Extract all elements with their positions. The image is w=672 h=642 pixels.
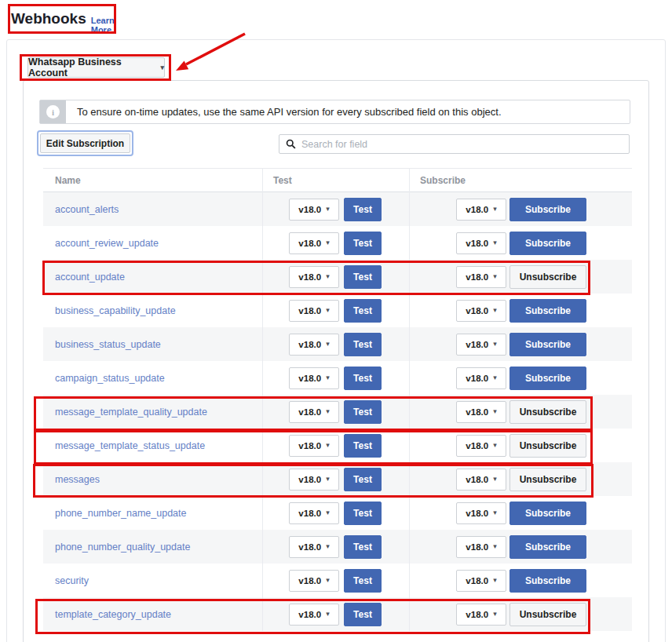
subscribe-version-select[interactable]: v18.0 ▾ (456, 435, 506, 457)
table-header-row: Name Test Subscribe (43, 168, 632, 192)
test-button[interactable]: Test (344, 535, 382, 559)
test-version-select[interactable]: v18.0 ▾ (289, 266, 339, 288)
field-name-link[interactable]: business_status_update (55, 339, 161, 350)
subscribe-button[interactable]: Subscribe (509, 569, 586, 593)
test-version-select[interactable]: v18.0 ▾ (289, 367, 339, 389)
test-version-value: v18.0 (298, 407, 321, 417)
subscribe-button[interactable]: Subscribe (509, 198, 586, 221)
field-name-link[interactable]: message_template_status_update (55, 440, 205, 451)
subscribe-version-select[interactable]: v18.0 ▾ (456, 469, 506, 491)
subscribe-version-value: v18.0 (466, 407, 488, 417)
subscribe-version-value: v18.0 (466, 475, 488, 484)
test-button[interactable]: Test (344, 603, 382, 626)
field-name-link[interactable]: phone_number_name_update (55, 508, 187, 519)
test-button[interactable]: Test (344, 400, 382, 424)
subscribe-version-select[interactable]: v18.0 ▾ (456, 266, 506, 288)
subscribe-button[interactable]: Subscribe (509, 367, 586, 390)
table-row: message_template_status_update v18.0 ▾ T… (43, 429, 632, 462)
test-version-value: v18.0 (298, 306, 321, 316)
unsubscribe-button[interactable]: Unsubscribe (509, 400, 586, 424)
subscribe-version-select[interactable]: v18.0 ▾ (456, 502, 506, 524)
chevron-down-icon: ▾ (493, 577, 497, 584)
subscribe-button[interactable]: Subscribe (509, 333, 586, 356)
object-type-dropdown[interactable]: Whatsapp Business Account ▾ (27, 57, 165, 78)
test-version-value: v18.0 (298, 340, 321, 349)
test-button[interactable]: Test (344, 198, 382, 221)
test-button[interactable]: Test (344, 468, 382, 491)
chevron-down-icon: ▾ (493, 442, 497, 449)
test-button[interactable]: Test (344, 232, 382, 255)
test-button[interactable]: Test (344, 502, 382, 525)
test-button[interactable]: Test (344, 333, 382, 356)
subscribe-version-select[interactable]: v18.0 ▾ (456, 232, 506, 254)
subscribe-version-select[interactable]: v18.0 ▾ (456, 401, 506, 423)
test-version-select[interactable]: v18.0 ▾ (289, 435, 339, 457)
test-version-select[interactable]: v18.0 ▾ (289, 232, 339, 254)
test-version-select[interactable]: v18.0 ▾ (289, 536, 339, 558)
test-button[interactable]: Test (344, 367, 382, 390)
info-banner-text: To ensure on-time updates, use the same … (66, 100, 502, 123)
field-name-link[interactable]: account_review_update (55, 238, 159, 249)
chevron-down-icon: ▾ (493, 476, 497, 483)
field-name-link[interactable]: messages (55, 474, 100, 485)
subscribe-version-select[interactable]: v18.0 ▾ (456, 199, 506, 221)
test-button[interactable]: Test (344, 299, 382, 323)
test-button[interactable]: Test (344, 265, 382, 289)
field-name-link[interactable]: business_capability_update (55, 305, 176, 316)
test-version-value: v18.0 (298, 610, 321, 619)
unsubscribe-button[interactable]: Unsubscribe (509, 265, 586, 289)
unsubscribe-button[interactable]: Unsubscribe (509, 603, 586, 626)
subscribe-version-select[interactable]: v18.0 ▾ (456, 300, 506, 322)
subscribe-version-value: v18.0 (466, 340, 488, 349)
test-version-value: v18.0 (298, 374, 321, 383)
page-header: Webhooks Learn More (8, 4, 116, 34)
subscribe-version-value: v18.0 (466, 441, 488, 450)
edit-subscription-button[interactable]: Edit Subscription (40, 133, 130, 153)
page-title: Webhooks (11, 10, 86, 27)
field-name-link[interactable]: account_update (55, 272, 125, 283)
field-name-link[interactable]: template_category_update (55, 609, 171, 620)
test-button[interactable]: Test (344, 569, 382, 593)
chevron-down-icon: ▾ (326, 341, 330, 348)
subscribe-button[interactable]: Subscribe (509, 232, 586, 255)
test-version-select[interactable]: v18.0 ▾ (289, 502, 339, 524)
chevron-down-icon: ▾ (493, 611, 497, 618)
subscribe-button[interactable]: Subscribe (509, 502, 586, 525)
test-version-select[interactable]: v18.0 ▾ (289, 604, 339, 626)
test-version-select[interactable]: v18.0 ▾ (289, 570, 339, 592)
table-row: phone_number_name_update v18.0 ▾ Test v1… (43, 496, 632, 530)
field-name-link[interactable]: security (55, 575, 89, 586)
test-version-select[interactable]: v18.0 ▾ (289, 199, 339, 221)
fields-table: Name Test Subscribe account_alerts v18.0… (43, 168, 632, 631)
field-name-link[interactable]: message_template_quality_update (55, 407, 207, 418)
subscribe-button[interactable]: Subscribe (509, 535, 586, 559)
search-input[interactable] (301, 139, 623, 150)
chevron-down-icon: ▾ (326, 239, 330, 246)
chevron-down-icon: ▾ (493, 509, 497, 516)
test-version-value: v18.0 (298, 272, 321, 282)
field-name-link[interactable]: campaign_status_update (55, 373, 165, 384)
test-version-select[interactable]: v18.0 ▾ (289, 300, 339, 322)
test-version-select[interactable]: v18.0 ▾ (289, 401, 339, 423)
column-header-name: Name (55, 175, 81, 186)
test-button[interactable]: Test (344, 434, 382, 458)
chevron-down-icon: ▾ (326, 442, 330, 449)
subscribe-version-select[interactable]: v18.0 ▾ (456, 334, 506, 356)
subscribe-version-value: v18.0 (466, 542, 488, 552)
subscribe-version-select[interactable]: v18.0 ▾ (456, 604, 506, 626)
test-version-value: v18.0 (298, 509, 321, 518)
subscribe-version-value: v18.0 (466, 610, 488, 619)
unsubscribe-button[interactable]: Unsubscribe (509, 468, 586, 491)
subscribe-version-select[interactable]: v18.0 ▾ (456, 536, 506, 558)
subscribe-button[interactable]: Subscribe (509, 299, 586, 323)
unsubscribe-button[interactable]: Unsubscribe (509, 434, 586, 458)
test-version-select[interactable]: v18.0 ▾ (289, 469, 339, 491)
column-divider (409, 168, 410, 631)
field-name-link[interactable]: phone_number_quality_update (55, 542, 190, 553)
chevron-down-icon: ▾ (326, 408, 330, 415)
learn-more-link[interactable]: Learn More (91, 16, 116, 35)
subscribe-version-select[interactable]: v18.0 ▾ (456, 367, 506, 389)
test-version-select[interactable]: v18.0 ▾ (289, 334, 339, 356)
subscribe-version-select[interactable]: v18.0 ▾ (456, 570, 506, 592)
field-name-link[interactable]: account_alerts (55, 204, 119, 215)
